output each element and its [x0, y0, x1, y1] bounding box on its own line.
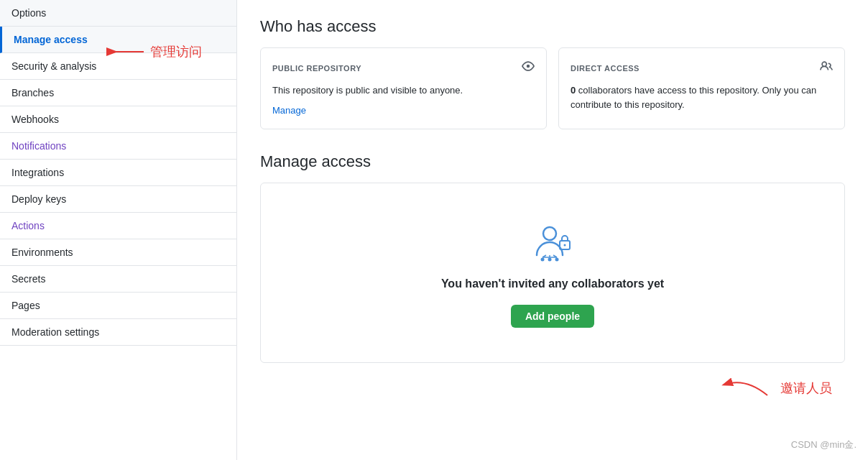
- sidebar-item-moderation-settings[interactable]: Moderation settings: [0, 319, 236, 346]
- sidebar-item-deploy-keys[interactable]: Deploy keys: [0, 186, 236, 213]
- sidebar: Options Manage access Security & analysi…: [0, 0, 237, 460]
- direct-card-label: DIRECT ACCESS: [571, 64, 640, 73]
- direct-card-text: 0 collaborators have access to this repo…: [571, 83, 833, 111]
- direct-card-text-suffix: collaborators have access to this reposi…: [571, 85, 816, 110]
- public-repo-card: PUBLIC REPOSITORY This repository is pub…: [260, 47, 547, 129]
- add-people-button[interactable]: Add people: [511, 305, 594, 328]
- collaborator-icon: [530, 218, 576, 264]
- invite-arrow: [717, 374, 775, 402]
- main-content: Who has access PUBLIC REPOSITORY This re…: [237, 0, 868, 460]
- sidebar-item-security-analysis[interactable]: Security & analysis: [0, 53, 236, 80]
- direct-card-body: 0 collaborators have access to this repo…: [571, 83, 833, 111]
- who-has-access-title: Who has access: [260, 17, 845, 36]
- public-card-label: PUBLIC REPOSITORY: [272, 64, 361, 73]
- manage-link[interactable]: Manage: [272, 104, 306, 118]
- sidebar-item-manage-access[interactable]: Manage access: [0, 27, 236, 53]
- direct-card-header: DIRECT ACCESS: [571, 60, 833, 76]
- sidebar-item-integrations[interactable]: Integrations: [0, 160, 236, 186]
- sidebar-item-pages[interactable]: Pages: [0, 293, 236, 319]
- public-card-text: This repository is public and visible to…: [272, 83, 535, 98]
- direct-access-card: DIRECT ACCESS 0 collaborators have acces…: [558, 47, 845, 129]
- sidebar-item-notifications[interactable]: Notifications: [0, 133, 236, 160]
- no-collab-text: You haven't invited any collaborators ye…: [278, 277, 827, 290]
- sidebar-item-actions[interactable]: Actions: [0, 213, 236, 239]
- sidebar-item-environments[interactable]: Environments: [0, 239, 236, 266]
- manage-access-title: Manage access: [260, 152, 845, 171]
- manage-access-section: You haven't invited any collaborators ye…: [260, 183, 845, 363]
- public-card-header: PUBLIC REPOSITORY: [272, 60, 535, 76]
- sidebar-item-options[interactable]: Options: [0, 0, 236, 27]
- svg-point-5: [555, 258, 559, 262]
- public-card-body: This repository is public and visible to…: [272, 83, 535, 117]
- sidebar-item-webhooks[interactable]: Webhooks: [0, 106, 236, 133]
- invite-annotation-text: 邀请人员: [780, 380, 832, 397]
- sidebar-item-branches[interactable]: Branches: [0, 80, 236, 106]
- svg-point-0: [543, 227, 556, 240]
- person-add-icon: [820, 60, 833, 76]
- svg-point-4: [548, 258, 552, 262]
- eye-icon: [522, 60, 535, 76]
- svg-point-3: [541, 258, 545, 262]
- csdn-watermark: CSDN @min金.: [791, 438, 857, 451]
- collaborator-icon-wrap: [278, 218, 827, 266]
- access-cards: PUBLIC REPOSITORY This repository is pub…: [260, 47, 845, 129]
- svg-point-2: [564, 244, 566, 247]
- sidebar-item-secrets[interactable]: Secrets: [0, 266, 236, 293]
